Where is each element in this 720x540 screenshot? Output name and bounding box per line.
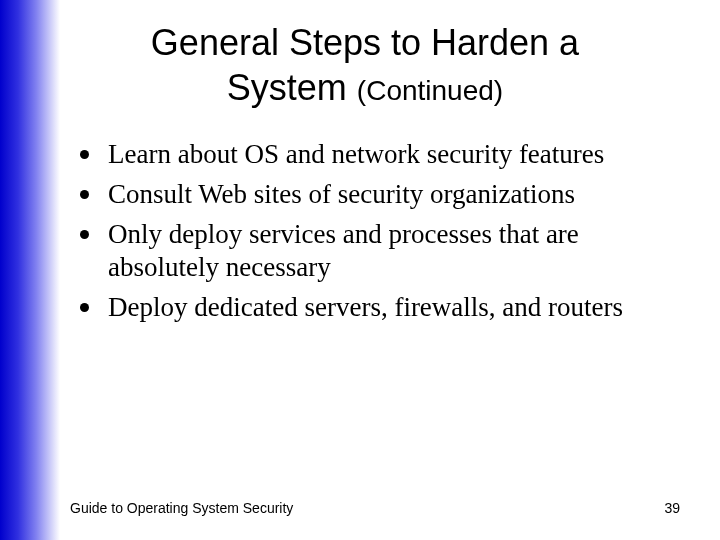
footer-text: Guide to Operating System Security	[70, 500, 293, 516]
list-item: Consult Web sites of security organizati…	[80, 178, 680, 212]
title-line-2-sub: (Continued)	[357, 75, 503, 106]
slide-content: General Steps to Harden a System (Contin…	[0, 0, 720, 540]
slide-title: General Steps to Harden a System (Contin…	[50, 20, 680, 110]
bullet-list: Learn about OS and network security feat…	[70, 138, 680, 325]
page-number: 39	[664, 500, 680, 516]
title-line-1: General Steps to Harden a	[151, 22, 579, 63]
list-item: Only deploy services and processes that …	[80, 218, 680, 286]
list-item: Deploy dedicated servers, firewalls, and…	[80, 291, 680, 325]
list-item: Learn about OS and network security feat…	[80, 138, 680, 172]
title-line-2-main: System	[227, 67, 357, 108]
